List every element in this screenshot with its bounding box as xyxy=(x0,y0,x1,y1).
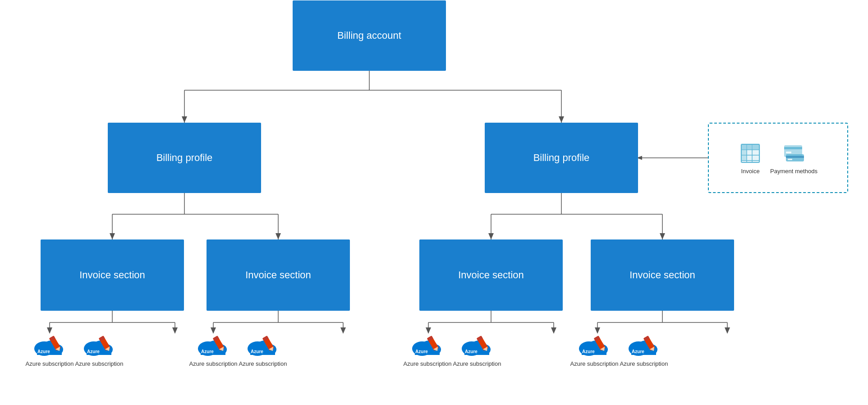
azure-sub-4: Azure Azure subscription xyxy=(238,331,288,367)
azure-sub-6-label: Azure subscription xyxy=(453,360,501,367)
svg-rect-121 xyxy=(786,152,791,153)
azure-sub-4-label: Azure subscription xyxy=(239,360,287,367)
svg-text:Azure: Azure xyxy=(251,349,263,354)
svg-rect-124 xyxy=(788,159,792,160)
svg-marker-35 xyxy=(551,327,556,334)
svg-text:Azure: Azure xyxy=(87,349,100,354)
svg-marker-11 xyxy=(276,233,281,239)
azure-sub-1-label: Azure subscription xyxy=(26,360,74,367)
invoice-section-3-node: Invoice section xyxy=(419,239,563,311)
svg-marker-9 xyxy=(110,233,115,239)
billing-profile-right-node: Billing profile xyxy=(485,123,638,193)
svg-marker-29 xyxy=(340,327,346,334)
svg-rect-114 xyxy=(742,145,746,149)
svg-marker-3 xyxy=(182,116,187,123)
invoice-icon xyxy=(739,142,762,165)
svg-text:Azure: Azure xyxy=(582,349,595,354)
svg-rect-115 xyxy=(747,145,752,149)
svg-rect-117 xyxy=(742,150,746,155)
diagram: Billing account Billing profile Billing … xyxy=(0,0,868,405)
svg-marker-41 xyxy=(725,327,730,334)
svg-text:Azure: Azure xyxy=(465,349,478,354)
azure-sub-4-icon: Azure xyxy=(245,331,281,359)
payment-methods-icon xyxy=(782,142,806,165)
azure-sub-1-icon: Azure xyxy=(32,331,68,359)
azure-sub-2-icon: Azure xyxy=(81,331,117,359)
invoice-label: Invoice xyxy=(741,168,760,175)
azure-sub-8-label: Azure subscription xyxy=(620,360,668,367)
payment-methods-label: Payment methods xyxy=(770,168,817,175)
svg-marker-23 xyxy=(172,327,178,334)
azure-sub-8-icon: Azure xyxy=(626,331,662,359)
azure-sub-7: Azure Azure subscription xyxy=(569,331,619,367)
svg-rect-123 xyxy=(786,156,804,158)
azure-sub-6-icon: Azure xyxy=(459,331,495,359)
invoice-section-4-node: Invoice section xyxy=(591,239,734,311)
svg-text:Azure: Azure xyxy=(415,349,428,354)
svg-rect-118 xyxy=(742,156,746,160)
azure-sub-3-label: Azure subscription xyxy=(189,360,238,367)
svg-marker-5 xyxy=(559,116,564,123)
azure-sub-5-label: Azure subscription xyxy=(404,360,452,367)
svg-rect-120 xyxy=(784,147,802,149)
invoice-section-2-node: Invoice section xyxy=(207,239,350,311)
svg-marker-15 xyxy=(488,233,494,239)
azure-sub-2-label: Azure subscription xyxy=(75,360,124,367)
azure-sub-7-label: Azure subscription xyxy=(570,360,619,367)
azure-sub-5: Azure Azure subscription xyxy=(403,331,452,367)
azure-sub-6: Azure Azure subscription xyxy=(452,331,502,367)
payment-methods-box: Invoice Payment methods xyxy=(708,123,848,193)
invoice-section-1-node: Invoice section xyxy=(41,239,184,311)
svg-text:Azure: Azure xyxy=(632,349,644,354)
azure-sub-3: Azure Azure subscription xyxy=(188,331,238,367)
svg-text:Azure: Azure xyxy=(37,349,50,354)
billing-account-node: Billing account xyxy=(293,0,446,71)
azure-sub-8: Azure Azure subscription xyxy=(619,331,669,367)
billing-profile-left-node: Billing profile xyxy=(108,123,261,193)
azure-sub-5-icon: Azure xyxy=(409,331,445,359)
azure-sub-7-icon: Azure xyxy=(576,331,612,359)
azure-sub-3-icon: Azure xyxy=(195,331,231,359)
svg-marker-17 xyxy=(660,233,665,239)
svg-text:Azure: Azure xyxy=(201,349,214,354)
azure-sub-2: Azure Azure subscription xyxy=(74,331,124,367)
invoice-payment-item: Invoice xyxy=(739,142,762,175)
payment-methods-item: Payment methods xyxy=(770,142,817,175)
svg-rect-116 xyxy=(753,145,759,149)
azure-sub-1: Azure Azure subscription xyxy=(25,331,74,367)
